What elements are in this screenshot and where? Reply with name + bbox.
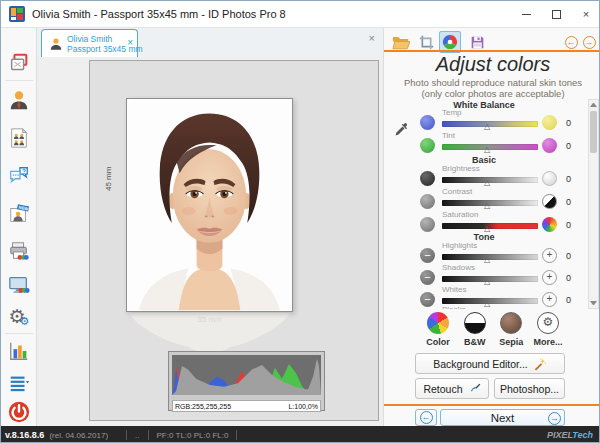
status-bar: v.8.16.8.6 (rel. 04.06.2017) .. PF:0 TL:… xyxy=(1,426,600,443)
shadows-plus-dot[interactable]: + xyxy=(542,270,557,285)
brush-icon xyxy=(468,382,481,395)
photo-height-label: 45 mm xyxy=(104,167,113,191)
version-label: v.8.16.8.6 xyxy=(5,430,44,440)
svg-text:?: ? xyxy=(22,168,26,175)
slider-tint: Tint △ 0 xyxy=(420,131,582,157)
slider-value: 0 xyxy=(566,174,571,184)
sidebar-item-menu[interactable] xyxy=(7,371,31,395)
panel-scrollbar[interactable] xyxy=(588,99,599,309)
slider-label: Temp xyxy=(442,108,462,117)
next-label: Next xyxy=(491,412,515,424)
pixeltech-logo: PIXELTech xyxy=(547,430,593,440)
sidebar-item-new-photo[interactable]: NEW xyxy=(7,202,31,226)
preset-bw[interactable]: B&W xyxy=(459,312,491,347)
menu-icon xyxy=(8,372,30,394)
retouch-label: Retouch xyxy=(423,383,462,395)
preset-sepia[interactable]: Sepia xyxy=(495,312,527,347)
sidebar-item-exit[interactable] xyxy=(7,399,31,425)
next-button[interactable]: Next → xyxy=(440,409,565,426)
slider-label: Highlights xyxy=(442,241,477,250)
slider-thumb[interactable]: △ xyxy=(484,179,490,187)
title-bar: Olivia Smith - Passport 35x45 mm - ID Ph… xyxy=(1,1,600,28)
small-gear-icon: ⚙ xyxy=(20,316,30,327)
highlights-minus-dot[interactable]: − xyxy=(420,248,435,263)
color-wheel-icon xyxy=(442,34,458,50)
slider-thumb[interactable]: △ xyxy=(484,123,490,131)
preset-more[interactable]: ⚙ More... xyxy=(532,312,564,347)
person-icon xyxy=(8,89,30,111)
temp-warm-dot[interactable] xyxy=(542,115,557,130)
brightness-dark-dot[interactable] xyxy=(420,171,435,186)
photoshop-button[interactable]: Photoshop... xyxy=(494,378,565,399)
temp-cool-dot[interactable] xyxy=(420,115,435,130)
highlights-plus-dot[interactable]: + xyxy=(542,248,557,263)
tab-close-icon[interactable]: × xyxy=(127,38,133,48)
sidebar-item-statistics[interactable] xyxy=(7,339,31,363)
sidebar-item-print-sheet[interactable] xyxy=(7,126,31,150)
slider-label: Shadows xyxy=(442,263,475,272)
sidebar-item-settings[interactable]: ⚙⚙ xyxy=(7,304,31,328)
close-button[interactable]: × xyxy=(571,1,600,27)
contrast-low-dot[interactable] xyxy=(420,194,435,209)
maximize-button[interactable] xyxy=(541,1,571,27)
printer-icon xyxy=(8,240,30,262)
slider-value: 0 xyxy=(566,118,571,128)
crop-panel: 45 mm 35 mm xyxy=(89,60,379,421)
slider-value: 0 xyxy=(566,141,571,151)
slider-value: 0 xyxy=(566,251,571,261)
sidebar: ? NEW ⚙⚙ xyxy=(1,28,37,426)
maximize-icon xyxy=(552,10,561,19)
slider-value: 0 xyxy=(566,197,571,207)
saturation-high-dot[interactable] xyxy=(542,217,557,232)
background-editor-button[interactable]: Background Editor... xyxy=(415,353,565,374)
preset-color[interactable]: Color xyxy=(422,312,454,347)
portrait-image xyxy=(127,99,292,311)
panel-title: Adjust colors xyxy=(384,53,600,76)
portrait-photo xyxy=(126,98,293,312)
status-separator xyxy=(126,430,127,440)
sidebar-separator xyxy=(5,333,33,334)
sidebar-item-acquire-photo[interactable] xyxy=(7,51,31,75)
slider-thumb[interactable]: △ xyxy=(484,202,490,210)
folder-icon xyxy=(392,35,410,50)
tab-olivia-smith[interactable]: Olivia Smith Passport 35x45 mm × xyxy=(41,29,138,57)
minimize-button[interactable] xyxy=(511,1,541,27)
contrast-high-dot[interactable] xyxy=(542,194,557,209)
preset-row: Color B&W Sepia ⚙ More... xyxy=(422,312,564,347)
close-all-tabs-icon[interactable]: × xyxy=(369,32,375,44)
crop-icon xyxy=(419,35,434,50)
tint-magenta-dot[interactable] xyxy=(542,138,557,153)
tint-green-dot[interactable] xyxy=(420,138,435,153)
status-separator xyxy=(148,430,149,440)
sepia-preset-icon xyxy=(500,312,522,334)
color-preset-icon xyxy=(427,312,449,334)
sidebar-item-display[interactable] xyxy=(7,273,31,297)
panel-subtitle-1: Photo should reproduce natural skin tone… xyxy=(384,77,600,88)
bar-chart-icon xyxy=(8,340,30,362)
status-counters: PF:0 TL:0 PL:0 FL:0 xyxy=(157,431,229,440)
photo-canvas: 45 mm 35 mm xyxy=(37,57,383,426)
orange-divider-top xyxy=(384,50,600,52)
slider-value: 0 xyxy=(566,220,571,230)
sidebar-item-help[interactable]: ? xyxy=(7,164,31,188)
brightness-light-dot[interactable] xyxy=(542,171,557,186)
bw-preset-icon xyxy=(464,312,486,334)
scroll-down-icon[interactable] xyxy=(590,301,597,305)
window-title: Olivia Smith - Passport 35x45 mm - ID Ph… xyxy=(32,8,286,20)
scroll-up-icon[interactable] xyxy=(590,103,597,107)
scrollbar-thumb[interactable] xyxy=(590,111,597,153)
magic-wand-icon xyxy=(533,357,547,371)
saturation-low-dot[interactable] xyxy=(420,217,435,232)
sidebar-item-person[interactable] xyxy=(7,88,31,112)
previous-step-button[interactable]: ← xyxy=(415,409,437,426)
app-icon xyxy=(9,6,25,22)
preset-label: Sepia xyxy=(495,337,527,347)
retouch-button[interactable]: Retouch xyxy=(415,378,489,399)
preset-label: More... xyxy=(532,337,564,347)
sidebar-item-print[interactable] xyxy=(7,239,31,263)
eyedropper-icon[interactable] xyxy=(394,121,410,137)
shadows-minus-dot[interactable]: − xyxy=(420,270,435,285)
rgb-readout: RGB:255,255,255 xyxy=(175,403,231,410)
slider-thumb[interactable]: △ xyxy=(484,146,490,154)
release-date-label: (rel. 04.06.2017) xyxy=(49,431,108,440)
